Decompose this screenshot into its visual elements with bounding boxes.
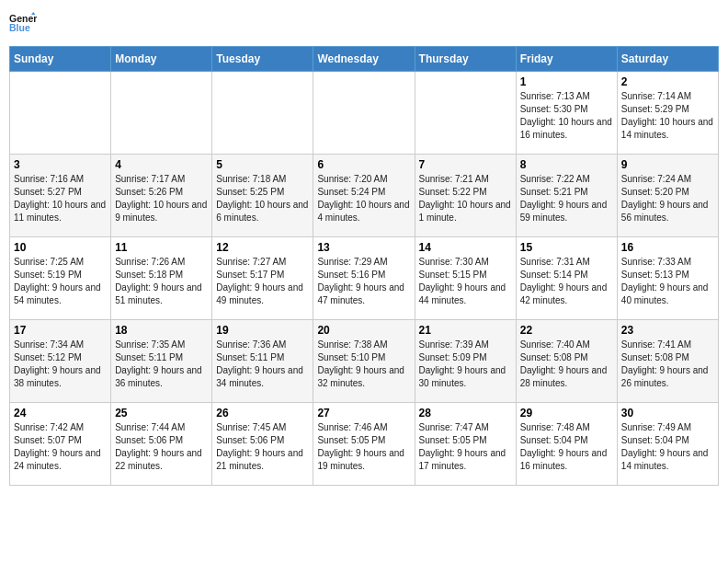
calendar-cell: 26Sunrise: 7:45 AM Sunset: 5:06 PM Dayli… [212, 403, 313, 486]
day-number: 25 [115, 407, 208, 419]
calendar-header-saturday: Saturday [617, 47, 718, 72]
calendar-cell: 1Sunrise: 7:13 AM Sunset: 5:30 PM Daylig… [516, 72, 617, 155]
day-info: Sunrise: 7:26 AM Sunset: 5:18 PM Dayligh… [115, 256, 208, 307]
day-number: 28 [419, 407, 512, 419]
calendar-week-row: 24Sunrise: 7:42 AM Sunset: 5:07 PM Dayli… [10, 403, 719, 486]
calendar-cell: 7Sunrise: 7:21 AM Sunset: 5:22 PM Daylig… [415, 155, 516, 237]
day-info: Sunrise: 7:16 AM Sunset: 5:27 PM Dayligh… [14, 173, 107, 224]
calendar-cell: 15Sunrise: 7:31 AM Sunset: 5:14 PM Dayli… [516, 237, 617, 320]
calendar-cell: 10Sunrise: 7:25 AM Sunset: 5:19 PM Dayli… [10, 237, 111, 320]
calendar-cell: 19Sunrise: 7:36 AM Sunset: 5:11 PM Dayli… [212, 320, 313, 403]
day-info: Sunrise: 7:24 AM Sunset: 5:20 PM Dayligh… [621, 173, 714, 224]
day-info: Sunrise: 7:44 AM Sunset: 5:06 PM Dayligh… [115, 421, 208, 473]
day-number: 12 [216, 241, 309, 254]
calendar-cell: 12Sunrise: 7:27 AM Sunset: 5:17 PM Dayli… [212, 237, 313, 320]
day-info: Sunrise: 7:36 AM Sunset: 5:11 PM Dayligh… [216, 339, 309, 390]
day-number: 13 [317, 241, 410, 254]
calendar-week-row: 1Sunrise: 7:13 AM Sunset: 5:30 PM Daylig… [10, 72, 719, 155]
day-number: 5 [216, 158, 309, 171]
header: General Blue [9, 9, 719, 37]
calendar-cell: 25Sunrise: 7:44 AM Sunset: 5:06 PM Dayli… [111, 403, 212, 486]
day-number: 10 [14, 241, 107, 254]
day-number: 16 [621, 241, 714, 254]
calendar-cell: 23Sunrise: 7:41 AM Sunset: 5:08 PM Dayli… [617, 320, 718, 403]
day-info: Sunrise: 7:21 AM Sunset: 5:22 PM Dayligh… [419, 173, 512, 224]
calendar-cell [10, 72, 111, 155]
calendar-cell: 17Sunrise: 7:34 AM Sunset: 5:12 PM Dayli… [10, 320, 111, 403]
day-info: Sunrise: 7:33 AM Sunset: 5:13 PM Dayligh… [621, 256, 714, 307]
day-info: Sunrise: 7:38 AM Sunset: 5:10 PM Dayligh… [317, 339, 410, 390]
calendar-cell: 2Sunrise: 7:14 AM Sunset: 5:29 PM Daylig… [617, 72, 718, 155]
calendar-cell: 24Sunrise: 7:42 AM Sunset: 5:07 PM Dayli… [10, 403, 111, 486]
calendar-week-row: 17Sunrise: 7:34 AM Sunset: 5:12 PM Dayli… [10, 320, 719, 403]
day-number: 26 [216, 407, 309, 419]
calendar-cell: 28Sunrise: 7:47 AM Sunset: 5:05 PM Dayli… [415, 403, 516, 486]
day-info: Sunrise: 7:13 AM Sunset: 5:30 PM Dayligh… [520, 90, 613, 142]
calendar-cell [111, 72, 212, 155]
calendar-header-thursday: Thursday [415, 47, 516, 72]
calendar-cell: 29Sunrise: 7:48 AM Sunset: 5:04 PM Dayli… [516, 403, 617, 486]
calendar-cell [212, 72, 313, 155]
day-number: 19 [216, 324, 309, 337]
day-number: 29 [520, 407, 613, 419]
day-number: 20 [317, 324, 410, 337]
day-number: 1 [520, 75, 613, 88]
day-info: Sunrise: 7:22 AM Sunset: 5:21 PM Dayligh… [520, 173, 613, 224]
day-number: 4 [115, 158, 208, 171]
calendar-cell: 9Sunrise: 7:24 AM Sunset: 5:20 PM Daylig… [617, 155, 718, 237]
day-info: Sunrise: 7:34 AM Sunset: 5:12 PM Dayligh… [14, 339, 107, 390]
calendar-cell: 27Sunrise: 7:46 AM Sunset: 5:05 PM Dayli… [313, 403, 415, 486]
calendar-cell: 22Sunrise: 7:40 AM Sunset: 5:08 PM Dayli… [516, 320, 617, 403]
calendar-cell: 3Sunrise: 7:16 AM Sunset: 5:27 PM Daylig… [10, 155, 111, 237]
day-info: Sunrise: 7:20 AM Sunset: 5:24 PM Dayligh… [317, 173, 410, 224]
day-info: Sunrise: 7:45 AM Sunset: 5:06 PM Dayligh… [216, 421, 309, 473]
calendar: SundayMondayTuesdayWednesdayThursdayFrid… [9, 46, 719, 486]
calendar-header-friday: Friday [516, 47, 617, 72]
day-number: 14 [419, 241, 512, 254]
calendar-week-row: 10Sunrise: 7:25 AM Sunset: 5:19 PM Dayli… [10, 237, 719, 320]
calendar-cell: 13Sunrise: 7:29 AM Sunset: 5:16 PM Dayli… [313, 237, 415, 320]
day-number: 17 [14, 324, 107, 337]
day-number: 24 [14, 407, 107, 419]
day-number: 21 [419, 324, 512, 337]
calendar-cell: 18Sunrise: 7:35 AM Sunset: 5:11 PM Dayli… [111, 320, 212, 403]
day-number: 30 [621, 407, 714, 419]
calendar-cell: 4Sunrise: 7:17 AM Sunset: 5:26 PM Daylig… [111, 155, 212, 237]
calendar-cell: 20Sunrise: 7:38 AM Sunset: 5:10 PM Dayli… [313, 320, 415, 403]
day-info: Sunrise: 7:47 AM Sunset: 5:05 PM Dayligh… [419, 421, 512, 473]
day-info: Sunrise: 7:40 AM Sunset: 5:08 PM Dayligh… [520, 339, 613, 390]
day-number: 18 [115, 324, 208, 337]
day-info: Sunrise: 7:41 AM Sunset: 5:08 PM Dayligh… [621, 339, 714, 390]
logo: General Blue [9, 9, 37, 37]
day-number: 23 [621, 324, 714, 337]
calendar-header-sunday: Sunday [10, 47, 111, 72]
day-number: 27 [317, 407, 410, 419]
day-info: Sunrise: 7:46 AM Sunset: 5:05 PM Dayligh… [317, 421, 410, 473]
calendar-cell: 8Sunrise: 7:22 AM Sunset: 5:21 PM Daylig… [516, 155, 617, 237]
day-number: 15 [520, 241, 613, 254]
day-number: 22 [520, 324, 613, 337]
day-info: Sunrise: 7:49 AM Sunset: 5:04 PM Dayligh… [621, 421, 714, 473]
day-info: Sunrise: 7:18 AM Sunset: 5:25 PM Dayligh… [216, 173, 309, 224]
day-number: 6 [317, 158, 410, 171]
calendar-header-monday: Monday [111, 47, 212, 72]
day-info: Sunrise: 7:29 AM Sunset: 5:16 PM Dayligh… [317, 256, 410, 307]
calendar-cell: 11Sunrise: 7:26 AM Sunset: 5:18 PM Dayli… [111, 237, 212, 320]
day-number: 7 [419, 158, 512, 171]
calendar-cell: 21Sunrise: 7:39 AM Sunset: 5:09 PM Dayli… [415, 320, 516, 403]
calendar-cell [313, 72, 415, 155]
day-number: 11 [115, 241, 208, 254]
calendar-cell: 16Sunrise: 7:33 AM Sunset: 5:13 PM Dayli… [617, 237, 718, 320]
day-number: 9 [621, 158, 714, 171]
calendar-cell: 6Sunrise: 7:20 AM Sunset: 5:24 PM Daylig… [313, 155, 415, 237]
day-number: 2 [621, 75, 714, 88]
calendar-header-wednesday: Wednesday [313, 47, 415, 72]
calendar-cell: 30Sunrise: 7:49 AM Sunset: 5:04 PM Dayli… [617, 403, 718, 486]
day-info: Sunrise: 7:17 AM Sunset: 5:26 PM Dayligh… [115, 173, 208, 224]
day-info: Sunrise: 7:25 AM Sunset: 5:19 PM Dayligh… [14, 256, 107, 307]
day-info: Sunrise: 7:35 AM Sunset: 5:11 PM Dayligh… [115, 339, 208, 390]
day-info: Sunrise: 7:42 AM Sunset: 5:07 PM Dayligh… [14, 421, 107, 473]
day-info: Sunrise: 7:27 AM Sunset: 5:17 PM Dayligh… [216, 256, 309, 307]
svg-text:Blue: Blue [9, 22, 30, 33]
logo-icon: General Blue [9, 9, 37, 37]
